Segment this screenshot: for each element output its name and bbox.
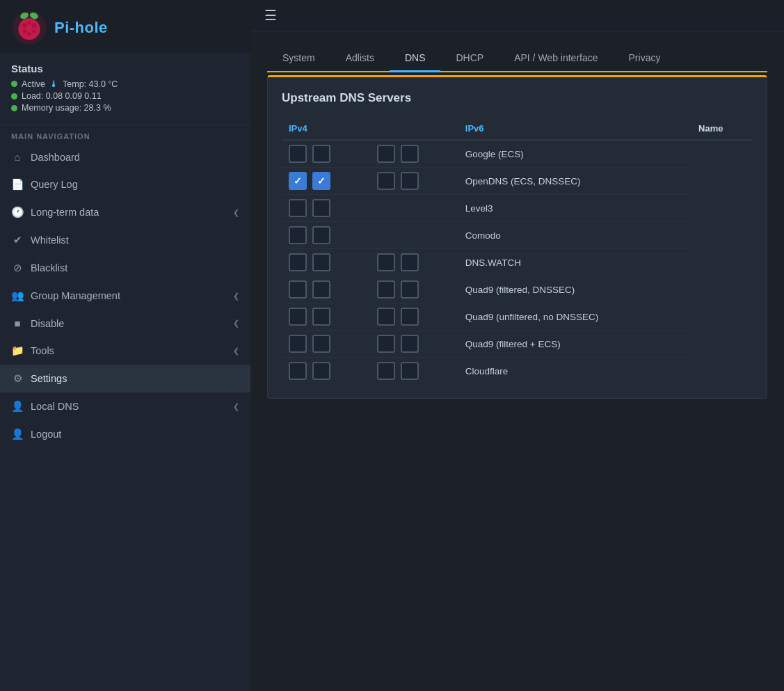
disable-label: Disable <box>31 318 226 329</box>
ipv4-checkbox-3-0[interactable] <box>289 226 307 244</box>
ipv4-checkbox-8-1[interactable] <box>312 362 330 380</box>
nav-item-logout[interactable]: 👤 Logout <box>0 420 250 448</box>
ipv4-checkboxes <box>282 303 370 331</box>
settings-icon: ⚙ <box>11 372 24 385</box>
ipv4-checkboxes <box>282 358 370 385</box>
ipv6-checkbox-0-0[interactable] <box>377 145 395 163</box>
ipv4-checkbox-2-0[interactable] <box>289 199 307 217</box>
ipv6-checkboxes <box>370 222 458 249</box>
tools-arrow: ❮ <box>233 347 239 356</box>
table-row: Quad9 (filtered, DNSSEC) <box>282 276 753 303</box>
disable-icon: ■ <box>11 317 24 329</box>
table-row: DNS.WATCH <box>282 249 753 276</box>
ipv6-checkbox-6-1[interactable] <box>401 308 419 326</box>
nav-item-whitelist[interactable]: ✔ Whitelist <box>0 226 250 254</box>
nav-item-settings[interactable]: ⚙ Settings <box>0 365 250 392</box>
ipv6-checkbox-4-0[interactable] <box>377 253 395 271</box>
nav-item-dashboard[interactable]: ⌂ Dashboard <box>0 143 250 170</box>
nav-item-blacklist[interactable]: ⊘ Blacklist <box>0 254 250 282</box>
nav-item-tools[interactable]: 📁 Tools ❮ <box>0 337 250 365</box>
tab-privacy[interactable]: Privacy <box>614 45 676 72</box>
ipv4-checkboxes <box>282 331 370 358</box>
svg-point-6 <box>27 21 31 24</box>
ipv6-checkbox-0-1[interactable] <box>401 145 419 163</box>
load-status-row: Load: 0.08 0.09 0.11 <box>11 91 239 101</box>
topbar: ☰ <box>250 0 784 31</box>
ipv6-checkboxes <box>370 195 458 222</box>
load-dot <box>11 93 17 100</box>
ipv4-checkbox-0-0[interactable] <box>289 145 307 163</box>
ipv4-checkbox-7-0[interactable] <box>289 335 307 353</box>
ipv4-checkbox-1-1[interactable]: ✓ <box>312 172 330 190</box>
ipv6-checkbox-1-0[interactable] <box>377 172 395 190</box>
server-name: Cloudflare <box>458 358 691 385</box>
ipv4-checkbox-5-0[interactable] <box>289 280 307 299</box>
svg-point-8 <box>32 29 36 33</box>
ipv4-checkbox-5-1[interactable] <box>312 280 330 299</box>
temp-value: Temp: 43.0 °C <box>63 79 118 89</box>
table-row: Comodo <box>282 222 753 249</box>
ipv6-checkbox-8-0[interactable] <box>377 362 395 380</box>
active-label: Active <box>22 79 45 89</box>
ipv6-checkbox-6-0[interactable] <box>377 308 395 326</box>
ipv6-checkbox-7-0[interactable] <box>377 335 395 353</box>
local-dns-arrow: ❮ <box>233 402 239 411</box>
ipv6-checkbox-5-1[interactable] <box>401 280 419 299</box>
status-heading: Status <box>11 63 239 74</box>
col-name: Name <box>691 118 753 140</box>
content-area: System Adlists DNS DHCP API / Web interf… <box>250 31 784 691</box>
tab-api-web[interactable]: API / Web interface <box>499 45 613 72</box>
nav-item-query-log[interactable]: 📄 Query Log <box>0 170 250 198</box>
nav-section-label: MAIN NAVIGATION <box>0 125 250 143</box>
ipv4-checkbox-2-1[interactable] <box>312 199 330 217</box>
hamburger-menu[interactable]: ☰ <box>264 7 277 24</box>
tab-adlists[interactable]: Adlists <box>330 45 390 72</box>
table-row: Quad9 (filtered + ECS) <box>282 331 753 358</box>
ipv4-checkbox-3-1[interactable] <box>312 226 330 244</box>
ipv4-checkbox-0-1[interactable] <box>312 145 330 163</box>
ipv6-checkboxes <box>370 168 458 195</box>
local-dns-icon: 👤 <box>11 400 24 413</box>
server-name: Level3 <box>458 195 691 222</box>
table-row: Cloudflare <box>282 358 753 385</box>
ipv4-checkbox-6-1[interactable] <box>312 308 330 326</box>
load-value: Load: 0.08 0.09 0.11 <box>22 91 102 101</box>
ipv4-checkbox-1-0[interactable]: ✓ <box>289 172 307 190</box>
ipv6-checkbox-7-1[interactable] <box>401 335 419 353</box>
memory-status-row: Memory usage: 28.3 % <box>11 103 239 113</box>
main-content: ☰ System Adlists DNS DHCP API / Web inte… <box>250 0 784 691</box>
tab-dns[interactable]: DNS <box>390 45 441 72</box>
server-name: OpenDNS (ECS, DNSSEC) <box>458 168 691 195</box>
ipv6-checkboxes <box>370 331 458 358</box>
table-row: Level3 <box>282 195 753 222</box>
ipv4-checkbox-4-0[interactable] <box>289 253 307 271</box>
ipv6-checkboxes <box>370 276 458 303</box>
ipv6-checkbox-1-1[interactable] <box>401 172 419 190</box>
ipv6-checkbox-4-1[interactable] <box>401 253 419 271</box>
query-log-icon: 📄 <box>11 178 24 191</box>
ipv4-checkboxes <box>282 249 370 276</box>
ipv4-checkbox-8-0[interactable] <box>289 362 307 380</box>
long-term-arrow: ❮ <box>233 208 239 217</box>
tab-dhcp[interactable]: DHCP <box>440 45 499 72</box>
ipv4-checkbox-6-0[interactable] <box>289 308 307 326</box>
ipv6-checkbox-5-0[interactable] <box>377 280 395 299</box>
app-title: Pi-hole <box>54 19 108 37</box>
nav-item-local-dns[interactable]: 👤 Local DNS ❮ <box>0 392 250 420</box>
ipv6-checkbox-8-1[interactable] <box>401 362 419 380</box>
settings-label: Settings <box>31 373 239 384</box>
ipv4-checkbox-4-1[interactable] <box>312 253 330 271</box>
whitelist-icon: ✔ <box>11 234 24 246</box>
tools-icon: 📁 <box>11 344 24 357</box>
nav-item-disable[interactable]: ■ Disable ❮ <box>0 310 250 337</box>
blacklist-label: Blacklist <box>31 262 239 273</box>
settings-tabs: System Adlists DNS DHCP API / Web interf… <box>267 45 767 72</box>
nav-item-group-management[interactable]: 👥 Group Management ❮ <box>0 282 250 310</box>
ipv4-checkbox-7-1[interactable] <box>312 335 330 353</box>
nav-item-long-term-data[interactable]: 🕐 Long-term data ❮ <box>0 198 250 226</box>
disable-arrow: ❮ <box>233 319 239 328</box>
table-row: Quad9 (unfiltered, no DNSSEC) <box>282 303 753 331</box>
tab-system[interactable]: System <box>267 45 330 72</box>
raspberry-logo <box>11 10 47 46</box>
ipv4-checkboxes <box>282 140 370 168</box>
